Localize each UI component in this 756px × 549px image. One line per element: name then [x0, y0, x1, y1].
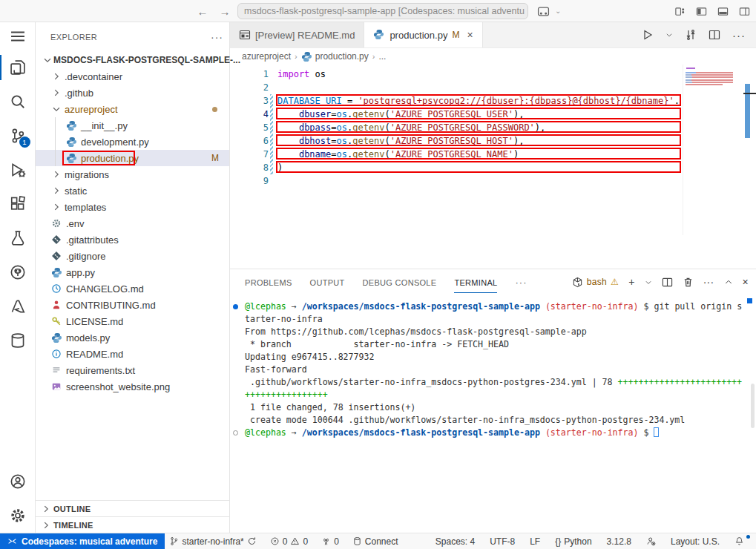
notification-dot: [746, 535, 750, 539]
file-label: CHANGELOG.md: [66, 283, 144, 295]
file-label: CONTRIBUTING.md: [66, 300, 156, 311]
more-actions-icon[interactable]: ···: [732, 29, 746, 42]
database-icon[interactable]: [0, 323, 36, 358]
terminal-scrollbar[interactable]: [751, 384, 755, 428]
toggle-secondary-sidebar-icon[interactable]: [739, 6, 750, 17]
panel-more-actions-icon[interactable]: ···: [703, 276, 714, 288]
timeline-section[interactable]: TIMELINE: [36, 516, 229, 533]
tab-production-py[interactable]: production.py M ×: [364, 22, 482, 47]
settings-gear-icon[interactable]: [0, 499, 36, 533]
search-icon[interactable]: [0, 85, 36, 119]
terminal-command-decoration[interactable]: [233, 304, 238, 309]
back-arrow-icon[interactable]: ←: [194, 3, 211, 19]
new-terminal-icon[interactable]: +: [628, 276, 634, 288]
file-label: development.py: [81, 137, 149, 148]
tree-item-static[interactable]: static: [36, 183, 229, 199]
split-terminal-icon[interactable]: [662, 277, 673, 288]
language-status-item[interactable]: {} Python: [550, 536, 596, 547]
run-debug-icon[interactable]: [0, 153, 36, 187]
account-icon[interactable]: [0, 464, 36, 499]
test-beaker-icon[interactable]: [0, 221, 36, 255]
minimap[interactable]: [683, 65, 734, 235]
panel-more-tabs-icon[interactable]: ···: [515, 277, 527, 288]
outline-section[interactable]: OUTLINE: [36, 500, 229, 516]
terminal-command-decoration[interactable]: [233, 430, 238, 435]
breadcrumb-symbol[interactable]: ...: [378, 51, 386, 62]
ports-status-item[interactable]: 0: [317, 536, 344, 547]
chevron-down-icon[interactable]: ⌄: [555, 7, 561, 15]
branch-status-item[interactable]: starter-no-infra*: [165, 536, 260, 547]
tab-debug-console[interactable]: DEBUG CONSOLE: [363, 272, 437, 292]
encoding-status-item[interactable]: UTF-8: [485, 536, 519, 547]
sync-icon: [247, 536, 257, 546]
problems-status-item[interactable]: 0 0: [266, 536, 312, 547]
branch-icon: [169, 536, 179, 546]
explorer-icon[interactable]: [0, 50, 36, 85]
azure-icon[interactable]: [0, 289, 36, 323]
tree-item--github[interactable]: .github: [36, 85, 229, 101]
breadcrumb-folder[interactable]: azureproject: [242, 51, 291, 62]
code-editor[interactable]: 123456789 import osDATABASE_URI = 'postg…: [230, 65, 756, 269]
overview-ruler-modified-marker[interactable]: [745, 84, 750, 138]
maximize-panel-icon[interactable]: [724, 277, 733, 288]
run-dropdown-icon[interactable]: [665, 29, 673, 41]
terminal-dropdown-icon[interactable]: [645, 277, 652, 288]
split-editor-icon[interactable]: [709, 29, 720, 41]
run-button[interactable]: [642, 29, 654, 41]
tree-item-models-py[interactable]: models.py: [36, 329, 229, 346]
notifications-bell[interactable]: [730, 536, 749, 546]
connect-status-item[interactable]: Connect: [348, 536, 403, 547]
tree-item-production-py[interactable]: production.pyM: [36, 150, 229, 166]
tree-item--gitattributes[interactable]: .gitattributes: [36, 231, 229, 248]
close-panel-icon[interactable]: ×: [743, 276, 749, 288]
tree-item-root-folder[interactable]: MSDOCS-FLASK-POSTGRESQL-SAMPLE-...: [36, 52, 229, 68]
toggle-panel-icon[interactable]: [717, 6, 729, 17]
tree-item-app-py[interactable]: app.py: [36, 264, 229, 280]
tree-item-license-md[interactable]: LICENSE.md: [36, 313, 229, 329]
feedback-status-item[interactable]: [642, 536, 660, 546]
tree-item-azureproject[interactable]: azureproject: [36, 101, 229, 117]
explorer-more-actions[interactable]: ···: [211, 31, 223, 43]
tree-item-screenshot-website-png[interactable]: screenshot_website.png: [36, 378, 229, 395]
menu-icon[interactable]: [0, 22, 36, 50]
tree-item-readme-md[interactable]: README.md: [36, 346, 229, 362]
tree-item-requirements-txt[interactable]: requirements.txt: [36, 362, 229, 378]
tree-item--init-py[interactable]: __init__.py: [36, 117, 229, 134]
tree-item--devcontainer[interactable]: .devcontainer: [36, 68, 229, 85]
command-center-search[interactable]: msdocs-flask-postgresql-sample-app [Code…: [237, 3, 528, 19]
breadcrumb-file[interactable]: production.py: [315, 51, 369, 62]
toggle-primary-sidebar-icon[interactable]: [696, 6, 707, 17]
compare-changes-icon[interactable]: [685, 29, 697, 41]
tree-item--gitignore[interactable]: .gitignore: [36, 248, 229, 264]
eol-status-item[interactable]: LF: [525, 536, 545, 547]
tab-readme-preview[interactable]: [Preview] README.md: [230, 22, 364, 47]
indentation-status-item[interactable]: Spaces: 4: [431, 536, 479, 547]
tree-item-changelog-md[interactable]: CHANGELOG.md: [36, 280, 229, 297]
tree-item-migrations[interactable]: migrations: [36, 166, 229, 183]
extensions-icon[interactable]: [0, 187, 36, 221]
python-version-status-item[interactable]: 3.12.8: [602, 536, 636, 547]
forward-arrow-icon[interactable]: →: [217, 3, 233, 19]
tab-output[interactable]: OUTPUT: [310, 272, 345, 292]
tree-item-templates[interactable]: templates: [36, 199, 229, 215]
tree-item-contributing-md[interactable]: CONTRIBUTING.md: [36, 297, 229, 313]
file-label: azureproject: [65, 104, 118, 115]
layout-status-item[interactable]: Layout: U.S.: [666, 536, 724, 547]
terminal[interactable]: @lcephas → /workspaces/msdocs-flask-post…: [230, 295, 756, 533]
breadcrumb: azureproject › production.py › ...: [230, 48, 756, 65]
customize-layout-icon[interactable]: [674, 6, 686, 17]
tab-terminal[interactable]: TERMINAL: [454, 272, 497, 293]
remote-indicator[interactable]: Codespaces: musical adventure: [0, 533, 165, 549]
tree-item--env[interactable]: .env: [36, 215, 229, 231]
source-control-icon[interactable]: 1: [0, 119, 36, 153]
tree-item-development-py[interactable]: development.py: [36, 134, 229, 150]
codespaces-remote-icon[interactable]: [537, 5, 550, 18]
gear-icon: [50, 217, 62, 229]
chevron-down-icon: [42, 54, 53, 66]
github-icon[interactable]: [0, 255, 36, 289]
close-icon[interactable]: ×: [467, 29, 473, 41]
annotation-red-box: [276, 121, 681, 133]
terminal-profile-bash[interactable]: bash ⚠: [572, 277, 619, 288]
tab-problems[interactable]: PROBLEMS: [245, 272, 292, 292]
kill-terminal-icon[interactable]: [683, 277, 694, 288]
